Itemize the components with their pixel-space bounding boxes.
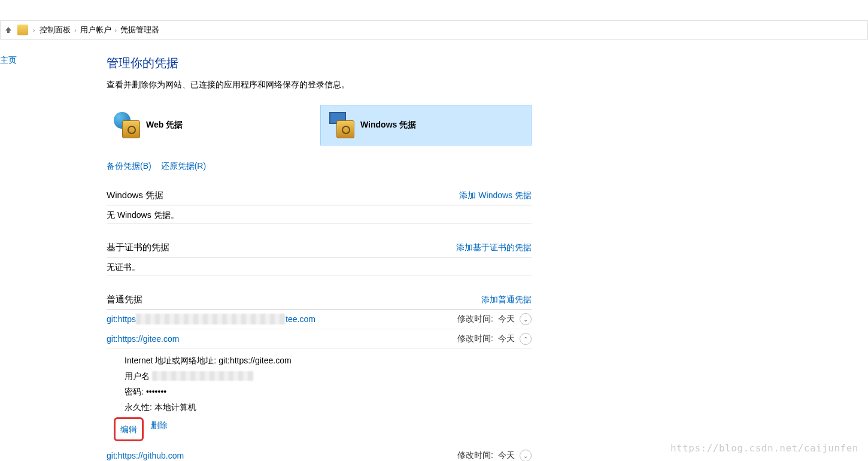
sidebar-home-link[interactable]: 主页 [0,53,17,68]
detail-persist-value: 本地计算机 [154,399,196,415]
chevron-right-icon: › [33,27,35,34]
modified-value: 今天 [498,333,515,344]
breadcrumb-item[interactable]: 控制面板 [40,25,71,35]
breadcrumb-item[interactable]: 凭据管理器 [120,25,159,35]
modified-label: 修改时间: [457,450,493,461]
page-title: 管理你的凭据 [107,55,532,71]
detail-user-label: 用户名 [125,368,150,384]
credential-detail: Internet 地址或网络地址: git:https://gitee.com … [107,349,532,446]
credential-name: git:httpstee.com [107,314,315,324]
modified-value: 今天 [498,450,515,461]
restore-credentials-link[interactable]: 还原凭据(R) [161,161,206,172]
redacted-text [136,314,286,324]
credential-row[interactable]: git:https://gitee.com 修改时间: 今天 ⌃ [107,329,532,349]
add-cert-credential-link[interactable]: 添加基于证书的凭据 [456,242,532,253]
address-bar: › 控制面板 › 用户帐户 › 凭据管理器 [0,20,868,40]
category-label: Web 凭据 [146,120,183,131]
credential-row[interactable]: git:httpstee.com 修改时间: 今天 ⌄ [107,310,532,329]
add-windows-credential-link[interactable]: 添加 Windows 凭据 [459,190,532,201]
section-title: 基于证书的凭据 [107,242,169,253]
chevron-up-icon[interactable]: ⌃ [520,333,532,345]
detail-addr-value: git:https://gitee.com [218,353,291,368]
detail-addr-label: Internet 地址或网络地址: [125,353,216,368]
credential-row[interactable]: git:https://github.com 修改时间: 今天 ⌄ [107,446,532,461]
section-title: 普通凭据 [107,294,142,305]
section-header-cert: 基于证书的凭据 添加基于证书的凭据 [107,231,532,257]
category-windows-credentials[interactable]: Windows 凭据 [320,105,532,145]
main-content: 管理你的凭据 查看并删除你为网站、已连接的应用程序和网络保存的登录信息。 Web… [107,55,532,461]
empty-message: 无证书。 [107,257,532,276]
section-title: Windows 凭据 [107,190,163,201]
edit-highlight: 编辑 [114,417,144,441]
edit-credential-link[interactable]: 编辑 [120,424,137,434]
credential-name: git:https://gitee.com [107,334,179,344]
credential-name: git:https://github.com [107,451,184,460]
backup-restore-links: 备份凭据(B) 还原凭据(R) [107,161,532,172]
empty-message: 无 Windows 凭据。 [107,205,532,224]
section-header-generic: 普通凭据 添加普通凭据 [107,283,532,310]
modified-label: 修改时间: [457,333,493,344]
chevron-down-icon[interactable]: ⌄ [520,313,532,325]
page-subtitle: 查看并删除你为网站、已连接的应用程序和网络保存的登录信息。 [107,80,532,90]
category-web-credentials[interactable]: Web 凭据 [107,105,317,145]
category-label: Windows 凭据 [360,120,416,131]
delete-credential-link[interactable]: 删除 [151,417,168,441]
chevron-right-icon: › [74,27,76,34]
chevron-down-icon[interactable]: ⌄ [520,450,532,461]
watermark: https://blog.csdn.net/caijunfen [670,442,858,454]
add-generic-credential-link[interactable]: 添加普通凭据 [481,295,532,305]
detail-persist-label: 永久性: [125,399,152,415]
windows-credentials-icon [328,112,354,138]
category-row: Web 凭据 Windows 凭据 [107,105,532,145]
folder-icon [17,25,28,35]
section-header-windows: Windows 凭据 添加 Windows 凭据 [107,179,532,205]
breadcrumb: 控制面板 › 用户帐户 › 凭据管理器 [40,25,159,35]
up-arrow-icon[interactable] [4,26,13,34]
backup-credentials-link[interactable]: 备份凭据(B) [107,161,151,172]
detail-password-label: 密码: [125,384,144,399]
modified-value: 今天 [498,314,515,324]
breadcrumb-item[interactable]: 用户帐户 [80,25,111,35]
web-credentials-icon [114,112,140,138]
modified-label: 修改时间: [457,314,493,324]
detail-password-value: ••••••• [146,384,166,399]
chevron-right-icon: › [115,27,117,34]
redacted-text [152,371,254,381]
